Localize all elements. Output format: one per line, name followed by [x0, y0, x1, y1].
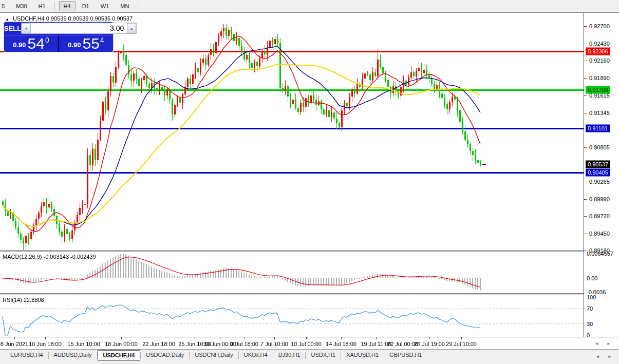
time-axis-tick: [159, 337, 159, 339]
buy-price-sup: 4: [100, 36, 104, 44]
timeframe-button-h1[interactable]: H1: [34, 1, 50, 11]
time-axis-tick: [403, 337, 403, 339]
price-axis-label: 0.90265: [589, 179, 610, 185]
price-level-badge: 0.90405: [586, 169, 610, 177]
rsi-label: RSI(14) 22.8808: [3, 297, 44, 303]
timeframe-button-mn[interactable]: MN: [116, 1, 134, 11]
price-axis-label: 0.91345: [589, 110, 610, 116]
timeframe-button-d1[interactable]: D1: [78, 1, 94, 11]
tab-gbpusd-h1[interactable]: GBPUSD,H1: [384, 350, 427, 360]
time-axis-tick: [274, 337, 275, 339]
timeframe-button-m30[interactable]: M30: [11, 1, 31, 11]
macd-name: MACD(12,26,9): [3, 254, 42, 260]
tab-usdx-h1[interactable]: USDX,H1: [306, 350, 341, 360]
price-level-badge: 0.92306: [586, 48, 610, 55]
time-axis-label: 10 Jun 18:00: [29, 341, 62, 347]
time-axis-tick: [14, 337, 15, 339]
price-axis-label: 0.89990: [589, 196, 610, 202]
time-axis-label: 22 Jun 18:00: [142, 341, 175, 347]
price-level-badge: 0.91101: [586, 124, 610, 132]
time-axis-tick: [245, 337, 245, 339]
volume-input[interactable]: [31, 23, 127, 33]
price-axis-label: 0.92160: [589, 58, 610, 64]
time-axis-label: 10 Jul 00:00: [291, 341, 322, 347]
sell-button[interactable]: SELL: [4, 25, 21, 32]
sell-price-sup: 0: [45, 36, 49, 44]
chart-title: ▲ USDCHF,H4 0.90539 0.90539 0.90535 0.90…: [5, 15, 133, 22]
price-axis-label: 0.89450: [589, 231, 610, 237]
buy-price-display[interactable]: 0.90 55 4: [59, 35, 113, 52]
price-axis-label: 0.89720: [589, 213, 610, 219]
time-axis-label: 8 Jun 2021: [1, 341, 28, 347]
chart-scroll-arrows[interactable]: ◂ ▸: [595, 341, 614, 346]
tab-usdchf-h4[interactable]: USDCHF,H4: [98, 350, 141, 361]
price-level-badge: 0.91708: [586, 86, 610, 93]
tab-usdcad-daily[interactable]: USDCAD,Daily: [141, 350, 189, 360]
macd-values: -0.003143 -0.002439: [43, 254, 96, 260]
rsi-value: 22.8808: [24, 297, 44, 303]
time-axis-label: 14 Jul 18:00: [326, 341, 357, 347]
timeframe-button-w1[interactable]: W1: [96, 1, 114, 11]
toolbar-separator: [54, 2, 55, 11]
volume-decrease-button[interactable]: ▼: [22, 23, 31, 33]
time-axis-tick: [341, 337, 342, 339]
volume-spinner: ▼ ▲: [21, 23, 137, 34]
volume-increase-button[interactable]: ▲: [127, 23, 136, 33]
rsi-axis-label: 30: [587, 321, 593, 327]
toolbar-separator: [138, 2, 138, 11]
timeframe-button-h4[interactable]: H4: [59, 1, 76, 11]
one-click-trade-panel: SELL ▼ ▲ BUY 0.90 54 0 0.90 55 4: [4, 22, 113, 52]
time-axis-label: 7 Jul 10:00: [260, 341, 288, 347]
price-axis-label: 0.92700: [589, 23, 610, 29]
time-axis-label: 2 Jul 18:00: [231, 341, 258, 347]
time-axis-label: 15 Jun 10:00: [67, 341, 100, 347]
sell-price-big: 54: [28, 37, 45, 50]
tab-dj30-h1[interactable]: DJ30,H1: [273, 350, 306, 360]
time-axis[interactable]: 8 Jun 202110 Jun 18:0015 Jun 10:0018 Jun…: [0, 337, 619, 350]
time-axis-tick: [429, 337, 430, 339]
sell-price-display[interactable]: 0.90 54 0: [4, 35, 59, 52]
time-axis-tick: [306, 337, 307, 339]
time-axis-label: 18 Jun 00:00: [105, 341, 138, 347]
tab-audusd-daily[interactable]: AUDUSD,Daily: [49, 350, 97, 360]
chart-symbol: USDCHF,H4: [13, 15, 45, 22]
timeframe-button-5[interactable]: 5: [0, 1, 9, 11]
time-axis-tick: [461, 337, 462, 339]
macd-label: MACD(12,26,9) -0.003143 -0.002439: [3, 254, 96, 260]
time-axis-tick: [121, 337, 122, 339]
rsi-indicator-chart[interactable]: [0, 295, 584, 337]
buy-price-big: 55: [83, 37, 100, 50]
symbol-tab-bar: EURUSD,H4AUDUSD,DailyUSDCHF,H4USDCAD,Dai…: [0, 349, 619, 364]
buy-button[interactable]: BUY: [137, 25, 151, 32]
time-axis-label: 22 Jul 00:00: [387, 341, 418, 347]
macd-axis-label: 0.0064557: [587, 251, 613, 257]
price-axis-label: 0.91890: [589, 75, 610, 81]
price-axis-label: 0.92430: [589, 41, 610, 47]
timeframe-toolbar: 5M30H1H4D1W1MN: [0, 0, 619, 12]
price-level-badge: 0.90537: [586, 161, 610, 168]
chart-ohlc-quotes: 0.90539 0.90539 0.90535 0.90537: [46, 15, 133, 22]
buy-price-prefix: 0.90: [68, 41, 81, 49]
rsi-axis-label: 70: [587, 305, 593, 312]
tab-usdcnh-daily[interactable]: USDCNH,Daily: [190, 350, 238, 360]
time-axis-label: 26 Jul 19:00: [414, 341, 445, 347]
time-axis-tick: [220, 337, 220, 339]
tab-scroll-arrows[interactable]: ◂ ▸: [596, 354, 615, 359]
time-axis-tick: [84, 337, 84, 339]
rsi-axis-label: 100: [587, 294, 596, 300]
sell-price-prefix: 0.90: [13, 41, 26, 49]
price-axis-label: 0.90805: [589, 144, 610, 150]
tab-eurusd-h4[interactable]: EURUSD,H4: [5, 350, 48, 360]
price-axis[interactable]: 0.927000.924300.921600.918900.916150.913…: [584, 13, 619, 337]
collapse-icon[interactable]: ▲: [5, 17, 9, 22]
time-axis-label: 29 Jul 10:00: [446, 341, 477, 347]
time-axis-tick: [45, 337, 46, 339]
time-axis-tick: [195, 337, 195, 339]
time-axis-label: 19 Jul 11:00: [361, 341, 391, 347]
tab-xauusd-h1[interactable]: XAUUSD,H1: [341, 350, 384, 360]
macd-axis-label: 0.00: [587, 275, 597, 281]
time-axis-tick: [376, 337, 377, 339]
tab-ukoil-h4[interactable]: UKOil,H4: [239, 350, 273, 360]
rsi-name: RSI(14): [3, 297, 22, 303]
chart-window: ▲ USDCHF,H4 0.90539 0.90539 0.90535 0.90…: [0, 12, 619, 337]
